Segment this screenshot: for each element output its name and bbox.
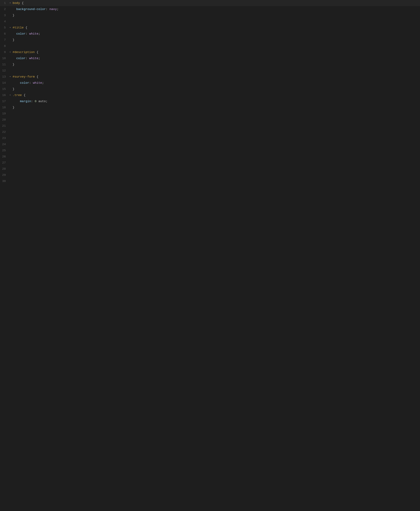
line-number: 16 bbox=[0, 92, 8, 98]
code-content bbox=[12, 147, 420, 153]
token-colon: : bbox=[25, 32, 29, 36]
token-property: color bbox=[16, 57, 25, 60]
code-line: 17 margin: 0 auto; bbox=[0, 98, 420, 104]
token-property: background-color bbox=[16, 8, 46, 11]
code-line: 14 color: white; bbox=[0, 80, 420, 86]
token-colon: : bbox=[29, 81, 33, 85]
token-id-selector: #description bbox=[13, 50, 35, 54]
code-content bbox=[12, 18, 420, 24]
token-punctuation: ; bbox=[46, 99, 47, 103]
code-content bbox=[12, 160, 420, 166]
line-number: 6 bbox=[0, 31, 8, 37]
line-number: 11 bbox=[0, 61, 8, 68]
code-content: color: white; bbox=[12, 80, 420, 86]
code-line: 30 bbox=[0, 178, 420, 184]
code-editor: 1▾body {2 background-color: navy;3 }4 5▾… bbox=[0, 0, 420, 511]
code-line: 7 } bbox=[0, 37, 420, 43]
token-punctuation: ; bbox=[42, 81, 44, 85]
token-indent bbox=[13, 32, 16, 36]
line-number: 26 bbox=[0, 153, 8, 160]
token-indent2 bbox=[13, 81, 20, 85]
line-number: 29 bbox=[0, 172, 8, 178]
code-content bbox=[12, 117, 420, 123]
code-content: } bbox=[12, 12, 420, 18]
code-content bbox=[12, 153, 420, 160]
fold-arrow-icon[interactable]: ▾ bbox=[8, 74, 12, 80]
token-property: color bbox=[16, 32, 25, 36]
token-colon: : bbox=[46, 8, 49, 11]
token-punctuation: { bbox=[23, 26, 27, 30]
code-line: 10 color: white; bbox=[0, 55, 420, 61]
code-content bbox=[12, 135, 420, 141]
fold-arrow-icon[interactable]: ▾ bbox=[8, 92, 12, 98]
code-content: body { bbox=[12, 0, 420, 6]
code-line: 27 bbox=[0, 160, 420, 166]
code-content: #title { bbox=[12, 24, 420, 31]
fold-arrow-icon[interactable]: ▾ bbox=[8, 24, 12, 31]
token-brace: } bbox=[13, 87, 14, 91]
line-number: 28 bbox=[0, 166, 8, 172]
line-number: 22 bbox=[0, 129, 8, 135]
code-content: } bbox=[12, 86, 420, 92]
token-property: color bbox=[20, 81, 29, 85]
line-number: 3 bbox=[0, 12, 8, 18]
token-class-selector: .tree bbox=[13, 93, 22, 97]
token-brace: } bbox=[13, 106, 14, 109]
code-line: 19 bbox=[0, 111, 420, 117]
code-content bbox=[12, 166, 420, 172]
code-content: .tree { bbox=[12, 92, 420, 98]
code-line: 26 bbox=[0, 153, 420, 160]
token-punctuation: ; bbox=[38, 57, 40, 60]
code-line: 25 bbox=[0, 147, 420, 153]
line-number: 15 bbox=[0, 86, 8, 92]
line-number: 10 bbox=[0, 55, 8, 61]
code-line: 4 bbox=[0, 18, 420, 24]
token-value-color: white bbox=[29, 57, 38, 60]
line-number: 19 bbox=[0, 111, 8, 117]
code-line: 16▾.tree { bbox=[0, 92, 420, 98]
fold-arrow-icon[interactable]: ▾ bbox=[8, 0, 12, 6]
fold-arrow-icon[interactable]: ▾ bbox=[8, 49, 12, 55]
code-content bbox=[12, 111, 420, 117]
token-punctuation: { bbox=[35, 75, 38, 78]
code-content bbox=[12, 141, 420, 147]
code-line: 6 color: white; bbox=[0, 31, 420, 37]
token-indent bbox=[13, 57, 16, 60]
line-number: 2 bbox=[0, 6, 8, 12]
line-number: 17 bbox=[0, 98, 8, 104]
token-indent2 bbox=[13, 99, 20, 103]
code-content: #description { bbox=[12, 49, 420, 55]
line-number: 23 bbox=[0, 135, 8, 141]
token-value-auto: auto bbox=[37, 99, 46, 103]
token-punctuation: { bbox=[20, 1, 24, 5]
code-content: #survey-form { bbox=[12, 74, 420, 80]
token-value-color: white bbox=[33, 81, 42, 85]
code-line: 22 bbox=[0, 129, 420, 135]
line-number: 14 bbox=[0, 80, 8, 86]
code-line: 15 } bbox=[0, 86, 420, 92]
token-colon: : bbox=[25, 57, 29, 60]
line-number: 27 bbox=[0, 160, 8, 166]
token-value-color: white bbox=[29, 32, 38, 36]
line-number: 13 bbox=[0, 74, 8, 80]
code-content: } bbox=[12, 61, 420, 68]
token-punctuation: { bbox=[22, 93, 25, 97]
code-line: 1▾body { bbox=[0, 0, 420, 6]
code-line: 24 bbox=[0, 141, 420, 147]
line-number: 7 bbox=[0, 37, 8, 43]
code-line: 3 } bbox=[0, 12, 420, 18]
code-content: background-color: navy; bbox=[12, 6, 420, 12]
code-line: 20 bbox=[0, 117, 420, 123]
code-content: color: white; bbox=[12, 55, 420, 61]
token-punctuation: { bbox=[35, 50, 38, 54]
code-content bbox=[12, 172, 420, 178]
line-number: 20 bbox=[0, 117, 8, 123]
line-number: 21 bbox=[0, 123, 8, 129]
line-number: 4 bbox=[0, 18, 8, 24]
code-line: 8 bbox=[0, 43, 420, 49]
line-number: 30 bbox=[0, 178, 8, 184]
code-line: 28 bbox=[0, 166, 420, 172]
code-content: } bbox=[12, 37, 420, 43]
code-line: 23 bbox=[0, 135, 420, 141]
token-selector: body bbox=[13, 1, 20, 5]
